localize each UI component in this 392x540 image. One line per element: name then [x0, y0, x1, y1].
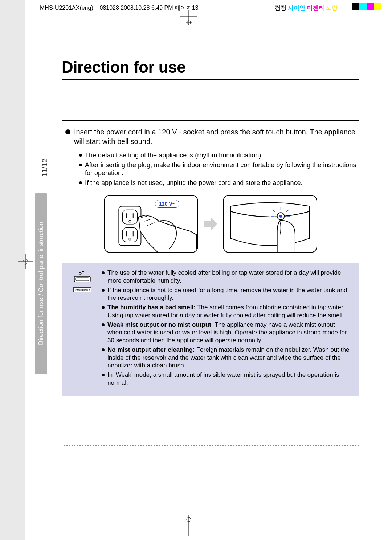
color-label-cyan: 사이안	[288, 5, 305, 11]
info-bold: The humidity has a bad smell:	[107, 304, 196, 311]
svg-point-28	[82, 271, 83, 272]
swatch-black	[352, 3, 359, 10]
page-title: Direction for use	[62, 58, 359, 76]
info-text: The use of the water fully cooled after …	[107, 269, 341, 284]
info-list: The use of the water fully cooled after …	[102, 269, 351, 388]
info-text: If the appliance is not to be used for a…	[107, 287, 347, 302]
bullet-dot-icon	[65, 129, 70, 134]
color-swatches	[352, 3, 381, 10]
registration-mark-left-icon	[18, 254, 33, 269]
svg-rect-13	[122, 228, 137, 242]
svg-rect-12	[122, 210, 137, 224]
introduction-caption: Introduction	[73, 287, 91, 292]
svg-point-21	[279, 215, 282, 218]
info-text: In ‘Weak’ mode, a small amount of invisi…	[107, 371, 339, 386]
print-header: MHS-U2201AX(eng)__081028 2008.10.28 6:49…	[40, 4, 370, 12]
color-label-yellow: 노랑	[326, 5, 338, 11]
info-icon-column: Introduction	[70, 269, 95, 388]
bullet-list: The default setting of the appliance is …	[62, 151, 359, 187]
footer-dotted-rule	[62, 445, 359, 446]
info-item: The use of the water fully cooled after …	[102, 269, 351, 285]
lead-text: Insert the power cord in a 120 V~ socket…	[74, 128, 355, 145]
info-item: No mist output after cleaning: Foreign m…	[102, 346, 351, 370]
bullet-item: The default setting of the appliance is …	[79, 151, 359, 160]
plug-illustration-icon	[105, 196, 197, 253]
swatch-cyan	[359, 3, 367, 10]
bullet-text: The default setting of the appliance is …	[85, 152, 263, 159]
figure-plug-outlet: 120 V~	[104, 195, 198, 253]
voltage-label: 120 V~	[155, 200, 179, 208]
info-bold: No mist output after cleaning	[107, 346, 193, 353]
bullet-text: After inserting the plug, make the indoo…	[85, 161, 356, 177]
info-item: The humidity has a bad smell: The smell …	[102, 303, 351, 319]
info-item: Weak mist output or no mist output: The …	[102, 321, 351, 344]
swatch-yellow	[374, 3, 381, 10]
svg-rect-30	[76, 278, 89, 281]
svg-point-27	[79, 272, 81, 274]
color-label-black: 검정	[275, 5, 286, 11]
figure-row: 120 V~	[62, 195, 359, 253]
page-number: 11/12	[41, 158, 49, 177]
registration-mark-top-icon	[178, 10, 200, 25]
bullet-item: If the appliance is not used, unplug the…	[79, 179, 359, 187]
info-item: If the appliance is not to be used for a…	[102, 286, 351, 302]
side-tab-label: Direction for use / Control panel instru…	[37, 222, 45, 345]
arrow-right-icon	[204, 217, 217, 230]
side-tab: Direction for use / Control panel instru…	[35, 193, 47, 374]
figure-press-button	[223, 195, 317, 253]
info-item: In ‘Weak’ mode, a small amount of invisi…	[102, 371, 351, 387]
rule-thick	[62, 79, 359, 80]
bullet-text: If the appliance is not used, unplug the…	[85, 179, 302, 186]
info-bold: Weak mist output or no mist output	[107, 321, 211, 328]
left-gutter	[0, 0, 25, 540]
bullet-item: After inserting the plug, make the indoo…	[79, 161, 359, 177]
swatch-magenta	[367, 3, 374, 10]
lead-paragraph: Insert the power cord in a 120 V~ socket…	[62, 127, 359, 146]
color-label-magenta: 마젠타	[307, 5, 324, 11]
content: Direction for use Insert the power cord …	[62, 58, 359, 454]
press-button-illustration-icon	[224, 196, 317, 253]
page: MHS-U2201AX(eng)__081028 2008.10.28 6:49…	[0, 0, 392, 540]
registration-mark-bottom-icon	[178, 515, 200, 536]
info-box: Introduction The use of the water fully …	[62, 263, 359, 396]
color-labels: 검정 사이안 마젠타 노랑	[275, 4, 338, 12]
rule-thin	[62, 120, 359, 121]
introduction-icon	[72, 270, 93, 283]
file-info: MHS-U2201AX(eng)__081028 2008.10.28 6:49…	[40, 4, 199, 12]
